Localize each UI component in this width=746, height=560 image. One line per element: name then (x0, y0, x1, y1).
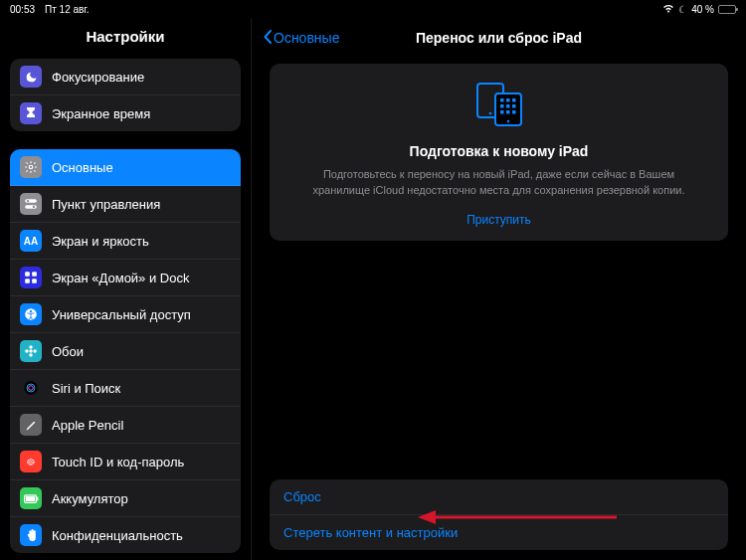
touchid-icon (20, 451, 42, 472)
aa-icon: AA (20, 230, 42, 252)
card-title: Подготовка к новому iPad (410, 143, 589, 159)
reset-row[interactable]: Сброс (270, 479, 728, 515)
sidebar-item[interactable]: Фокусирование (10, 59, 241, 95)
sidebar-item-label: Экранное время (52, 106, 150, 121)
sidebar-item-label: Apple Pencil (52, 418, 123, 433)
detail-pane: Основные Перенос или сброс iPad (251, 18, 746, 560)
pencil-icon (20, 414, 42, 436)
flower-icon (20, 340, 42, 362)
status-date: Пт 12 авг. (45, 4, 90, 15)
sidebar: Настройки ФокусированиеЭкранное времяОсн… (0, 18, 251, 560)
svg-rect-35 (500, 110, 504, 114)
sidebar-item-label: Экран и яркость (52, 234, 149, 249)
svg-rect-8 (32, 279, 37, 283)
sidebar-item-label: Фокусирование (52, 70, 144, 85)
moon-icon (20, 66, 42, 88)
battery-icon (20, 487, 42, 509)
svg-rect-34 (512, 104, 516, 108)
sidebar-item[interactable]: Siri и Поиск (10, 370, 241, 407)
svg-point-11 (29, 349, 33, 353)
svg-point-15 (33, 349, 37, 353)
sidebar-item-label: Универсальный доступ (52, 307, 191, 322)
siri-icon (20, 377, 42, 399)
status-bar: 00:53 Пт 12 авг. ☾ 40 % (0, 0, 746, 18)
sidebar-group: ФокусированиеЭкранное время (10, 59, 241, 131)
svg-point-16 (24, 381, 37, 394)
sidebar-item-label: Аккумулятор (52, 491, 128, 506)
sidebar-item-label: Конфиденциальность (52, 528, 183, 543)
svg-point-0 (29, 165, 33, 169)
sidebar-item[interactable]: Обои (10, 333, 241, 370)
svg-rect-5 (25, 272, 30, 277)
svg-point-3 (27, 200, 29, 202)
svg-rect-36 (506, 110, 510, 114)
sidebar-item[interactable]: Экранное время (10, 95, 241, 131)
gear-icon (20, 156, 42, 178)
hourglass-icon (20, 102, 42, 124)
bottom-group: Сброс Стереть контент и настройки (270, 479, 728, 550)
sidebar-item[interactable]: Экран «Домой» и Dock (10, 260, 241, 296)
svg-point-13 (29, 353, 33, 357)
sidebar-item[interactable]: Основные (10, 149, 241, 186)
svg-point-14 (25, 349, 29, 353)
svg-rect-29 (500, 98, 504, 102)
detail-nav: Основные Перенос или сброс iPad (252, 18, 746, 58)
svg-rect-33 (506, 104, 510, 108)
card-description: Подготовьтесь к переносу на новый iPad, … (293, 167, 704, 199)
svg-rect-30 (506, 98, 510, 102)
back-label: Основные (274, 30, 339, 46)
sidebar-item[interactable]: Универсальный доступ (10, 296, 241, 333)
svg-rect-7 (25, 279, 30, 283)
erase-row[interactable]: Стереть контент и настройки (270, 515, 728, 550)
svg-rect-32 (500, 104, 504, 108)
sidebar-item[interactable]: Apple Pencil (10, 407, 241, 444)
battery-icon (718, 5, 736, 14)
devices-icon (471, 82, 527, 131)
hand-icon (20, 524, 42, 546)
back-button[interactable]: Основные (264, 30, 339, 47)
dnd-moon-icon: ☾ (678, 4, 687, 15)
status-time: 00:53 (10, 4, 35, 15)
sidebar-title: Настройки (0, 18, 251, 59)
wifi-icon (662, 4, 674, 15)
sidebar-item-label: Основные (52, 160, 113, 175)
svg-rect-1 (25, 199, 37, 203)
svg-point-26 (488, 112, 491, 115)
card-action-link[interactable]: Приступить (466, 213, 531, 227)
svg-rect-31 (512, 98, 516, 102)
prepare-card: Подготовка к новому iPad Подготовьтесь к… (270, 64, 728, 241)
svg-point-12 (29, 345, 33, 349)
svg-point-4 (33, 206, 35, 208)
battery-pct: 40 % (691, 4, 714, 15)
sidebar-item[interactable]: AAЭкран и яркость (10, 223, 241, 260)
sidebar-item[interactable]: Пункт управления (10, 186, 241, 223)
svg-rect-6 (32, 272, 37, 277)
accessibility-icon (20, 303, 42, 325)
sidebar-item-label: Пункт управления (52, 197, 160, 212)
sidebar-item-label: Обои (52, 344, 84, 359)
sidebar-item-label: Экран «Домой» и Dock (52, 271, 189, 285)
svg-point-10 (30, 310, 32, 312)
svg-rect-20 (37, 496, 38, 500)
svg-point-28 (506, 120, 509, 123)
sidebar-item[interactable]: Конфиденциальность (10, 517, 241, 553)
sidebar-item-label: Siri и Поиск (52, 381, 120, 396)
svg-rect-37 (512, 110, 516, 114)
sidebar-item[interactable]: Touch ID и код-пароль (10, 444, 241, 480)
grid-icon (20, 267, 42, 288)
chevron-left-icon (264, 30, 272, 47)
sidebar-item-label: Touch ID и код-пароль (52, 455, 184, 469)
svg-rect-21 (25, 496, 34, 501)
switches-icon (20, 193, 42, 215)
sidebar-group: ОсновныеПункт управленияAAЭкран и яркост… (10, 149, 241, 553)
sidebar-item[interactable]: Аккумулятор (10, 480, 241, 517)
